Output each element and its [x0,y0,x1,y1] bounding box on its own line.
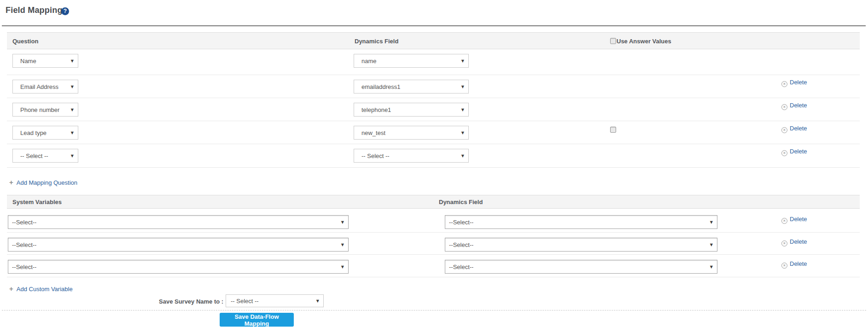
question-select[interactable]: Phone number▼ [12,103,78,117]
system-variable-row: --Select--▼--Select--▼×Delete [7,209,860,233]
chevron-down-icon: ▼ [341,220,344,224]
chevron-down-icon: ▼ [461,85,464,89]
delete-row-link[interactable]: ×Delete [781,238,807,246]
question-select[interactable]: Email Address▼ [12,80,78,94]
chevron-down-icon: ▼ [710,265,713,269]
chevron-down-icon: ▼ [71,108,74,112]
chevron-down-icon: ▼ [461,108,464,112]
delete-icon: × [781,218,787,224]
column-header-dynamics-field-2: Dynamics Field [439,199,483,205]
use-answer-values-label: Use Answer Values [617,37,671,44]
question-mapping-table-header: Question Dynamics Field Use Answer Value… [7,32,860,49]
use-answer-values-header-checkbox[interactable] [610,38,616,44]
chevron-down-icon: ▼ [341,265,344,269]
add-custom-variable-link[interactable]: +Add Custom Variable [9,285,73,293]
question-mapping-row: Lead type▼new_test▼×Delete [7,121,860,144]
delete-icon: × [781,263,787,269]
delete-icon: × [781,240,787,246]
chevron-down-icon: ▼ [710,220,713,224]
system-variables-table-header: System Variables Dynamics Field [7,195,860,209]
question-select[interactable]: -- Select --▼ [12,149,78,163]
add-mapping-question-label: Add Mapping Question [17,179,77,186]
save-data-flow-mapping-button[interactable]: Save Data-Flow Mapping [220,313,294,327]
dynamics-field-select[interactable]: new_test▼ [354,126,469,140]
chevron-down-icon: ▼ [341,243,344,247]
chevron-down-icon: ▼ [461,154,464,158]
help-icon[interactable]: ? [61,7,69,15]
save-survey-name-label: Save Survey Name to : [159,298,223,305]
chevron-down-icon: ▼ [316,299,319,303]
question-select[interactable]: Name▼ [12,54,78,68]
dynamics-field-select[interactable]: --Select--▼ [445,215,717,229]
dynamics-field-select[interactable]: emailaddress1▼ [354,80,469,94]
chevron-down-icon: ▼ [71,59,74,63]
delete-row-link[interactable]: ×Delete [781,216,807,224]
column-header-dynamics-field: Dynamics Field [355,37,398,44]
question-mapping-row: Phone number▼telephone1▼×Delete [7,98,860,121]
delete-icon: × [781,127,787,133]
add-custom-variable-label: Add Custom Variable [17,286,73,293]
system-variables-table: System Variables Dynamics Field --Select… [7,195,860,277]
delete-row-link[interactable]: ×Delete [781,125,807,133]
dynamics-field-select[interactable]: --Select--▼ [445,260,717,274]
title-divider [2,25,866,26]
chevron-down-icon: ▼ [71,131,74,135]
dynamics-field-select[interactable]: name▼ [354,54,469,68]
delete-icon: × [781,104,787,110]
plus-icon: + [9,178,13,186]
dynamics-field-select[interactable]: -- Select --▼ [354,149,469,163]
chevron-down-icon: ▼ [71,154,74,158]
delete-row-link[interactable]: ×Delete [781,79,807,87]
question-mapping-row: Name▼name▼ [7,49,860,75]
system-variable-select[interactable]: --Select--▼ [8,238,349,252]
use-answer-values-row-checkbox[interactable] [610,127,616,133]
footer-divider [2,310,866,310]
chevron-down-icon: ▼ [710,243,713,247]
dynamics-field-select[interactable]: --Select--▼ [445,238,717,252]
delete-row-link[interactable]: ×Delete [781,260,807,269]
delete-row-link[interactable]: ×Delete [781,148,807,156]
question-select[interactable]: Lead type▼ [12,126,78,140]
system-variable-row: --Select--▼--Select--▼×Delete [7,233,860,255]
question-mapping-row: Email Address▼emailaddress1▼×Delete [7,75,860,98]
system-variable-select[interactable]: --Select--▼ [8,215,349,229]
delete-icon: × [781,150,787,156]
column-header-question: Question [12,37,38,44]
chevron-down-icon: ▼ [461,59,464,63]
use-answer-values-header: Use Answer Values [610,37,671,44]
field-mapping-page: Field Mapping ? Question Dynamics Field … [0,0,868,328]
column-header-system-variables: System Variables [12,199,62,205]
delete-row-link[interactable]: ×Delete [781,102,807,110]
chevron-down-icon: ▼ [461,131,464,135]
save-survey-name-select[interactable]: -- Select -- ▼ [226,294,324,307]
delete-icon: × [781,81,787,87]
dynamics-field-select[interactable]: telephone1▼ [354,103,469,117]
system-variable-row: --Select--▼--Select--▼×Delete [7,255,860,277]
add-mapping-question-link[interactable]: +Add Mapping Question [9,179,77,187]
question-mapping-table: Question Dynamics Field Use Answer Value… [7,32,860,168]
plus-icon: + [9,285,13,293]
page-title: Field Mapping [6,6,63,15]
chevron-down-icon: ▼ [71,85,74,89]
question-mapping-row: -- Select --▼-- Select --▼×Delete [7,144,860,168]
system-variable-select[interactable]: --Select--▼ [8,260,349,274]
